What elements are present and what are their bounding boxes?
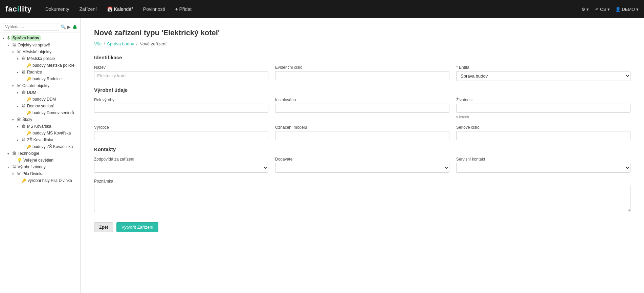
oznaceni-modelu-input[interactable] [275, 131, 449, 140]
tree-node-icon: 🏛 [22, 56, 26, 61]
nav-pridat[interactable]: + Přidat [175, 6, 192, 12]
dodavatel-label: Dodavatel [275, 157, 449, 162]
breadcrumb-sep-1: / [104, 41, 105, 46]
tree-node-label: Veřejné osvětlení [23, 158, 54, 163]
section-vyrobni-udaje: Výrobní údaje [94, 87, 630, 93]
sidebar-tree-item[interactable]: ▾🏛Technologie [0, 150, 80, 157]
sidebar-tree-item[interactable]: ▾🏛Domov seniorů [0, 103, 80, 109]
tree-node-label: Městské objekty [22, 49, 51, 54]
tree-toggle-icon: ▾ [17, 138, 22, 142]
sidebar-tree-item[interactable]: ▾🏛Objekty ve správě [0, 42, 80, 48]
field-servisni-kontakt: Servisní kontakt [456, 157, 630, 173]
tree-node-icon: 🏛 [17, 49, 21, 54]
field-rok-vyroby: Rok výroby [94, 98, 268, 119]
servisni-kontakt-label: Servisní kontakt [456, 157, 630, 162]
tree-node-icon: 🏛 [22, 70, 26, 75]
tree-node-icon: 🔑 [22, 178, 26, 183]
search-controls: 🔍 ▶ 🌲 [61, 24, 77, 29]
main-content: Nové zařízení typu 'Elektrický kotel' Vš… [81, 18, 644, 293]
instalovano-input[interactable] [275, 104, 449, 113]
sidebar-tree-item[interactable]: 🔑budovy Domov seniorů [0, 109, 80, 116]
tree-node-label: Pila Divinka [22, 171, 44, 176]
tree-node-label: Výrobní závody [18, 165, 46, 169]
main-layout: 🔍 ▶ 🌲 ▾$Správa budov▾🏛Objekty ve správě▾… [0, 18, 644, 293]
nav-dokumenty[interactable]: Dokumenty [45, 6, 69, 12]
vyrobce-input[interactable] [94, 131, 268, 140]
sidebar-tree: ▾$Správa budov▾🏛Objekty ve správě▾🏛Městs… [0, 34, 80, 184]
servisni-kontakt-select[interactable] [456, 163, 630, 173]
breadcrumb-all[interactable]: Vše [94, 41, 102, 46]
sidebar-tree-item[interactable]: ▾🏛Radnice [0, 69, 80, 76]
search-icon[interactable]: 🔍 [61, 24, 66, 29]
sidebar-tree-item[interactable]: ▾$Správa budov [0, 34, 80, 42]
search-next-icon[interactable]: ▶ [67, 24, 71, 29]
poznamka-label: Poznámka [94, 179, 630, 184]
evidencni-cislo-input[interactable] [275, 71, 449, 80]
sidebar-tree-item[interactable]: 🔑výrobní haly Pila Divinka [0, 177, 80, 184]
tree-node-icon: 🏛 [12, 151, 16, 156]
tree-node-label: budovy DDM [32, 97, 56, 102]
sidebar-tree-item[interactable]: 🔑budovy DDM [0, 96, 80, 103]
tree-node-label: Domov seniorů [27, 104, 54, 108]
nazev-input[interactable] [94, 71, 268, 80]
sidebar-tree-item[interactable]: ▾🏛Školy [0, 116, 80, 123]
tree-node-label: Technologie [18, 151, 39, 156]
tree-node-icon: 🏛 [17, 83, 21, 88]
entita-select[interactable]: Správa budov [456, 71, 630, 81]
zodpovida-select[interactable] [94, 163, 268, 173]
sidebar-tree-item[interactable]: ▾🏛ZŠ Kovadlinka [0, 137, 80, 143]
page-title: Nové zařízení typu 'Elektrický kotel' [94, 28, 630, 37]
tree-toggle-icon: ▾ [12, 84, 17, 88]
sidebar-tree-item[interactable]: ▾🏛Ostatní objekty [0, 82, 80, 89]
language-selector[interactable]: 🏳 CS ▾ [594, 7, 609, 12]
user-menu[interactable]: 👤 DEMO ▾ [615, 7, 639, 12]
sidebar-search-area: 🔍 ▶ 🌲 [0, 21, 80, 33]
tree-node-label: Správa budov [11, 35, 41, 41]
tree-node-label: Radnice [27, 70, 42, 75]
field-zodpovida: Zodpovídá za zařízení [94, 157, 268, 173]
zivotnost-unit: v letech [456, 115, 630, 119]
sidebar-tree-item[interactable]: ▾🏛DDM [0, 89, 80, 96]
nav-kalendar[interactable]: 📅 Kalendář [107, 6, 133, 12]
zivotnost-input[interactable] [456, 104, 630, 113]
sidebar-tree-item[interactable]: 🔑budovy ZŠ Kovadlinka [0, 143, 80, 150]
back-button[interactable]: Zpět [94, 222, 113, 232]
field-evidencni-cislo: Evidenční číslo [275, 65, 449, 81]
tree-toggle-icon: ▾ [17, 57, 22, 61]
tree-node-label: budovy Radnice [32, 77, 62, 81]
top-navigation: facility Dokumenty Zařízení 📅 Kalendář P… [0, 0, 644, 18]
tree-toggle-icon: ▾ [12, 118, 17, 122]
breadcrumb-sprava-budov[interactable]: Správa budov [107, 41, 134, 46]
tree-node-icon: 🔑 [26, 131, 31, 135]
sidebar: 🔍 ▶ 🌲 ▾$Správa budov▾🏛Objekty ve správě▾… [0, 18, 81, 293]
sidebar-tree-item[interactable]: 🔑budovy MŠ Kovářská [0, 130, 80, 137]
search-input[interactable] [3, 23, 59, 30]
instalovano-label: Instalováno [275, 98, 449, 102]
sidebar-tree-item[interactable]: ▾🏛Pila Divinka [0, 170, 80, 177]
seriove-cislo-input[interactable] [456, 131, 630, 140]
sidebar-tree-item[interactable]: ▾🏛Výrobní závody [0, 164, 80, 170]
create-button[interactable]: Vytvořit Zařízení [116, 222, 158, 232]
tree-node-label: DDM [27, 90, 36, 95]
nav-povinnosti[interactable]: Povinnosti [143, 6, 165, 12]
zivotnost-label: Životnost [456, 98, 630, 102]
tree-toggle-icon: ▾ [7, 43, 12, 47]
settings-icon[interactable]: ⚙ ▾ [581, 7, 589, 12]
rok-vyroby-input[interactable] [94, 104, 268, 113]
sidebar-tree-item[interactable]: ▾🏛Městské objekty [0, 48, 80, 55]
nav-zarizeni[interactable]: Zařízení [80, 6, 97, 12]
sidebar-tree-item[interactable]: 🔑budovy Radnice [0, 76, 80, 82]
breadcrumb-current: Nové zařízení [139, 41, 166, 46]
dodavatel-select[interactable] [275, 163, 449, 173]
section-identifikace: Identifikace [94, 55, 630, 60]
poznamka-textarea[interactable] [94, 185, 630, 212]
sidebar-tree-item[interactable]: 🔑budovy Městská policie [0, 62, 80, 69]
tree-toggle-icon: ▾ [12, 172, 17, 176]
app-logo[interactable]: facility [5, 5, 32, 14]
search-tree-icon[interactable]: 🌲 [72, 24, 77, 29]
sidebar-tree-item[interactable]: ▾🏛Městská policie [0, 55, 80, 62]
tree-node-label: budovy ZŠ Kovadlinka [32, 144, 73, 149]
vyrobce-label: Výrobce [94, 125, 268, 130]
sidebar-tree-item[interactable]: 💡Veřejné osvětlení [0, 157, 80, 164]
sidebar-tree-item[interactable]: ▾🏛MŠ Kovářská [0, 123, 80, 130]
